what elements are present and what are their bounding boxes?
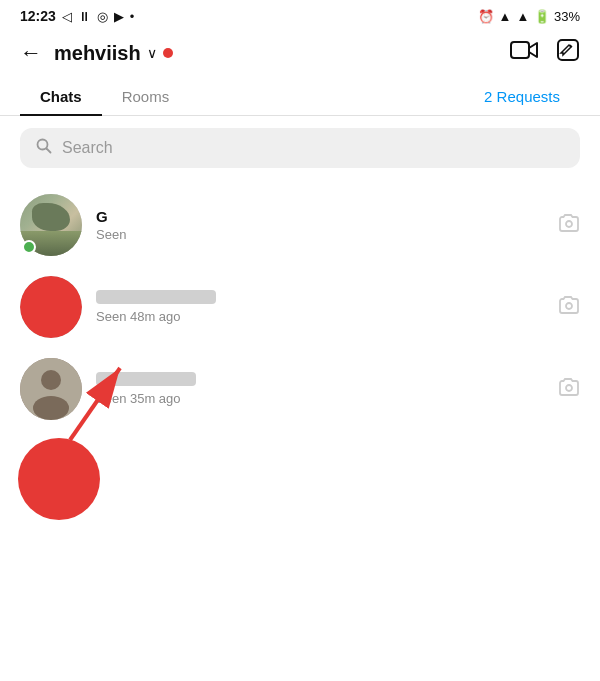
username-label: mehviish <box>54 42 141 65</box>
svg-line-3 <box>47 149 51 153</box>
search-container: Search <box>0 116 600 180</box>
svg-point-8 <box>33 396 69 420</box>
status-time: 12:23 <box>20 8 56 24</box>
tabs-bar: Chats Rooms 2 Requests <box>0 78 600 116</box>
avatar-2 <box>20 276 82 338</box>
dot-icon: • <box>130 9 135 24</box>
chat-item-2[interactable]: Seen 48m ago <box>0 266 600 348</box>
svg-point-9 <box>566 385 572 391</box>
search-bar[interactable]: Search <box>20 128 580 168</box>
blurred-name-2 <box>96 290 216 304</box>
svg-point-7 <box>41 370 61 390</box>
chat-name-3 <box>96 372 544 389</box>
chat-status-g: Seen <box>96 227 544 242</box>
tab-requests[interactable]: 2 Requests <box>464 78 580 115</box>
header: ← mehviish ∨ <box>0 28 600 78</box>
red-circle-annotation <box>18 438 100 520</box>
navigation-icon: ◁ <box>62 9 72 24</box>
avatar-wrap-3 <box>20 358 82 420</box>
chat-item-g[interactable]: G Seen <box>0 184 600 266</box>
search-placeholder: Search <box>62 139 113 157</box>
tab-chats[interactable]: Chats <box>20 78 102 115</box>
camera-icon-g[interactable] <box>558 213 580 238</box>
status-right-icons: ⏰ ▲ ▲ 🔋 33% <box>478 9 580 24</box>
youtube-icon: ▶ <box>114 9 124 24</box>
video-call-icon[interactable] <box>510 39 538 67</box>
tab-rooms[interactable]: Rooms <box>102 78 190 115</box>
signal-icon: ▲ <box>516 9 529 24</box>
chat-name-g: G <box>96 208 544 225</box>
chat-list: G Seen Seen 48m ago <box>0 180 600 434</box>
svg-point-4 <box>566 221 572 227</box>
pause-icon: ⏸ <box>78 9 91 24</box>
camera-icon-3[interactable] <box>558 377 580 402</box>
compose-icon[interactable] <box>556 38 580 68</box>
alarm-icon: ⏰ <box>478 9 494 24</box>
wifi-icon: ▲ <box>499 9 512 24</box>
chevron-down-icon[interactable]: ∨ <box>147 45 157 61</box>
chat-status-2: Seen 48m ago <box>96 309 544 324</box>
svg-point-5 <box>566 303 572 309</box>
avatar-img-person <box>20 358 82 420</box>
chat-item-3[interactable]: Seen 35m ago <box>0 348 600 430</box>
avatar-wrap-g <box>20 194 82 256</box>
back-button[interactable]: ← <box>20 40 42 66</box>
avatar-wrap-2 <box>20 276 82 338</box>
camera-icon-2[interactable] <box>558 295 580 320</box>
search-icon <box>36 138 52 158</box>
blurred-name-3 <box>96 372 196 386</box>
online-status-dot <box>163 48 173 58</box>
battery-icon: 🔋 33% <box>534 9 580 24</box>
media-icon: ◎ <box>97 9 108 24</box>
online-indicator-g <box>22 240 36 254</box>
svg-rect-0 <box>511 42 529 58</box>
status-bar: 12:23 ◁ ⏸ ◎ ▶ • ⏰ ▲ ▲ 🔋 33% <box>0 0 600 28</box>
chat-status-3: Seen 35m ago <box>96 391 544 406</box>
avatar-3 <box>20 358 82 420</box>
chat-info-2: Seen 48m ago <box>96 290 544 324</box>
chat-info-g: G Seen <box>96 208 544 242</box>
chat-info-3: Seen 35m ago <box>96 372 544 406</box>
chat-name-2 <box>96 290 544 307</box>
